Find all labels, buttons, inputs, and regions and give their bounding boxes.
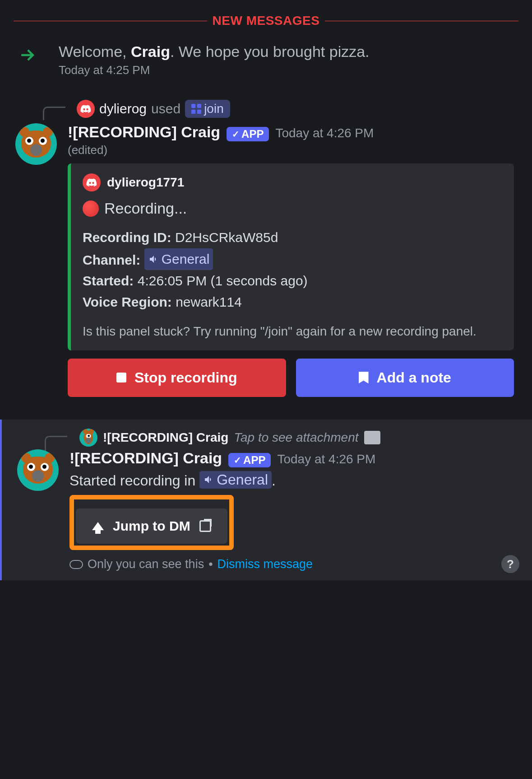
app-badge: ✓ APP xyxy=(228,453,271,467)
discord-logo-icon xyxy=(83,173,101,191)
separator: • xyxy=(208,557,213,571)
bot-avatar[interactable] xyxy=(17,449,59,491)
speaker-icon xyxy=(148,254,159,265)
app-badge-text: APP xyxy=(243,454,265,466)
app-badge: ✓ APP xyxy=(227,127,269,141)
system-welcome-message: Welcome, Craig. We hope you brought pizz… xyxy=(0,28,532,77)
channel-label: Channel: xyxy=(83,252,140,267)
add-note-button[interactable]: Add a note xyxy=(296,359,514,397)
help-icon[interactable]: ? xyxy=(501,555,519,573)
verified-check-icon: ✓ xyxy=(232,129,240,140)
image-icon xyxy=(364,431,380,444)
recording-id-value: D2HsCRkaW85d xyxy=(175,230,278,245)
recording-dot-icon xyxy=(83,201,99,217)
welcome-suffix: . We hope you brought pizza. xyxy=(170,43,370,60)
channel-name: General xyxy=(217,471,268,488)
started-prefix: Started recording in xyxy=(69,472,199,488)
divider-line xyxy=(325,21,518,21)
new-messages-divider: NEW MESSAGES xyxy=(0,14,532,28)
welcome-timestamp: Today at 4:25 PM xyxy=(59,63,518,77)
channel-name: General xyxy=(162,249,210,270)
recording-id-label: Recording ID: xyxy=(83,230,171,245)
channel-mention[interactable]: General xyxy=(144,248,213,271)
embed-title-text: Recording... xyxy=(104,200,187,217)
edited-label: (edited) xyxy=(68,143,518,157)
stop-icon xyxy=(116,373,126,383)
reply-spine xyxy=(45,436,67,452)
reply-avatar xyxy=(79,429,97,447)
started-value: 4:26:05 PM (1 seconds ago) xyxy=(138,273,308,288)
command-badge[interactable]: join xyxy=(185,100,230,118)
dismiss-link[interactable]: Dismiss message xyxy=(217,557,313,571)
command-user[interactable]: dylierog xyxy=(99,101,147,117)
annotation-highlight: Jump to DM xyxy=(69,495,234,550)
speaker-icon xyxy=(203,474,214,485)
external-link-icon xyxy=(199,520,211,532)
welcome-name[interactable]: Craig xyxy=(131,43,170,60)
message-timestamp: Today at 4:26 PM xyxy=(275,126,374,140)
channel-mention[interactable]: General xyxy=(199,471,272,489)
slash-command-icon xyxy=(191,104,201,114)
started-suffix: . xyxy=(272,472,276,488)
command-action: used xyxy=(151,101,180,117)
ephemeral-footer: Only you can see this • Dismiss message xyxy=(69,550,518,571)
recording-embed: dylierog1771 Recording... Recording ID: … xyxy=(68,163,514,350)
bookmark-icon xyxy=(359,372,369,383)
ephemeral-message: ![RECORDING] Craig Tap to see attachment… xyxy=(0,420,532,581)
command-name: join xyxy=(204,102,224,116)
welcome-text: Welcome, Craig. We hope you brought pizz… xyxy=(59,42,518,61)
stop-button-label: Stop recording xyxy=(134,369,237,386)
reply-preview[interactable]: ![RECORDING] Craig Tap to see attachment xyxy=(2,420,532,447)
verified-check-icon: ✓ xyxy=(234,455,241,466)
join-arrow-icon xyxy=(14,42,41,77)
embed-footer: Is this panel stuck? Try running "/join"… xyxy=(83,322,502,340)
started-recording-text: Started recording in General . xyxy=(69,471,518,489)
message-timestamp: Today at 4:26 PM xyxy=(277,452,375,466)
svg-rect-1 xyxy=(197,104,201,108)
divider-line xyxy=(14,21,207,21)
region-value: newark114 xyxy=(176,294,242,309)
svg-rect-3 xyxy=(197,110,201,114)
bot-avatar[interactable] xyxy=(15,123,57,165)
reply-spine xyxy=(43,107,65,120)
jump-button-label: Jump to DM xyxy=(113,518,190,534)
stop-recording-button[interactable]: Stop recording xyxy=(68,359,286,397)
eye-icon xyxy=(69,560,83,569)
reply-author: ![RECORDING] Craig xyxy=(103,430,228,445)
note-button-label: Add a note xyxy=(377,369,451,386)
command-used-row[interactable]: dylierog used join xyxy=(0,77,532,118)
reply-hint: Tap to see attachment xyxy=(234,430,358,445)
divider-label: NEW MESSAGES xyxy=(207,14,325,28)
embed-author[interactable]: dylierog1771 xyxy=(107,175,184,190)
upload-icon xyxy=(92,522,104,530)
svg-rect-2 xyxy=(191,110,195,114)
embed-title: Recording... xyxy=(83,200,502,217)
only-you-text: Only you can see this xyxy=(88,557,204,571)
message-author[interactable]: ![RECORDING] Craig xyxy=(69,449,222,467)
message-author[interactable]: ![RECORDING] Craig xyxy=(68,123,220,141)
started-label: Started: xyxy=(83,273,134,288)
region-label: Voice Region: xyxy=(83,294,172,309)
discord-logo-icon xyxy=(77,100,95,118)
welcome-prefix: Welcome, xyxy=(59,43,131,60)
jump-to-dm-button[interactable]: Jump to DM xyxy=(76,508,227,544)
app-badge-text: APP xyxy=(241,128,264,140)
svg-rect-0 xyxy=(191,104,195,108)
bot-message: ![RECORDING] Craig ✓ APP Today at 4:26 P… xyxy=(0,118,532,396)
